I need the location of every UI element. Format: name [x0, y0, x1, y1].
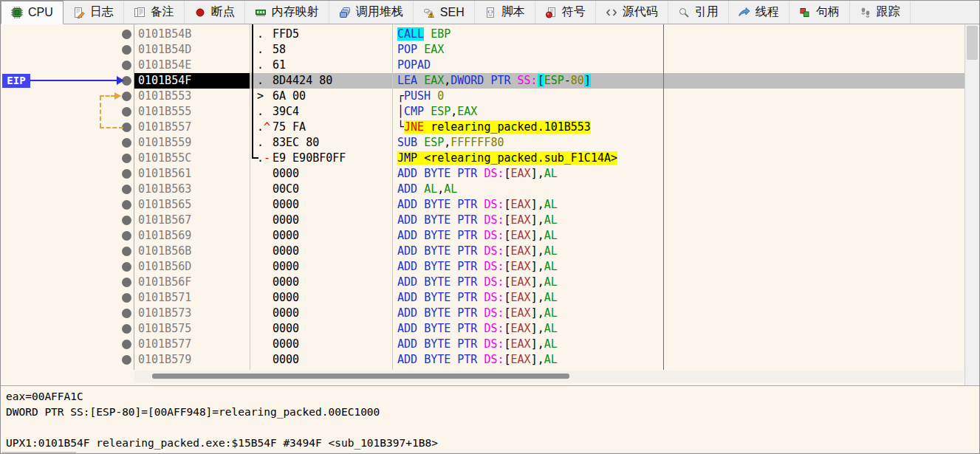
disasm-row[interactable]: 0101B56B0000ADD BYTE PTR DS:[EAX],AL: [134, 244, 964, 259]
disasm-row[interactable]: 0101B54D.58POP EAX: [134, 42, 964, 58]
eip-arrowhead-icon: [117, 76, 124, 85]
breakpoint-dot[interactable]: [122, 247, 131, 256]
tab-references[interactable]: 引用: [668, 1, 729, 24]
breakpoint-dot[interactable]: [122, 262, 131, 272]
comment-cell: [663, 337, 964, 352]
breakpoint-dot[interactable]: [122, 61, 131, 70]
info-line-memory: DWORD PTR SS:[ESP-80]=[00AFF948]=releari…: [6, 405, 979, 420]
tab-label: 线程: [755, 4, 779, 20]
bytes-cell: 0000: [250, 352, 392, 368]
bytes-cell: .FFD5: [250, 27, 392, 42]
breakpoint-dot[interactable]: [122, 293, 131, 303]
tab-cpu[interactable]: CPU: [1, 1, 64, 24]
bytes-cell: 0000: [250, 337, 392, 352]
bytes-cell: 0000: [250, 259, 392, 275]
disasm-row[interactable]: 0101B56F0000ADD BYTE PTR DS:[EAX],AL: [134, 275, 964, 290]
breakpoint-dot[interactable]: [122, 154, 131, 163]
bytes-text: 0000: [273, 229, 299, 242]
tab-seh[interactable]: SEH: [414, 1, 475, 24]
disasm-row[interactable]: 0101B5650000ADD BYTE PTR DS:[EAX],AL: [134, 197, 964, 213]
bytes-text: 0000: [273, 198, 299, 211]
disasm-row[interactable]: 0101B56D0000ADD BYTE PTR DS:[EAX],AL: [134, 259, 964, 275]
comment-cell: [663, 151, 964, 166]
v-scrollbar-thumb[interactable]: [967, 26, 978, 60]
trace-icon: [860, 7, 871, 18]
bytes-cell: 0000: [250, 244, 392, 259]
flow-mark: .-: [257, 151, 273, 166]
address-cell: 0101B555: [134, 104, 250, 120]
breakpoint-dot[interactable]: [122, 30, 131, 39]
instruction-cell: JMP <relearing_packed.sub_F1C14A>: [392, 151, 663, 166]
instruction-cell: ADD BYTE PTR DS:[EAX],AL: [392, 275, 663, 290]
jump-line-top: [100, 95, 115, 97]
comment-cell: [663, 135, 964, 151]
breakpoint-dot[interactable]: [122, 45, 131, 55]
address-cell: 0101B567: [134, 213, 250, 228]
disasm-row[interactable]: 0101B5690000ADD BYTE PTR DS:[EAX],AL: [134, 228, 964, 244]
disasm-row[interactable]: 0101B559.83EC 80SUB ESP,FFFFFF80: [134, 135, 964, 151]
disasm-row[interactable]: 0101B553>6A 00┌PUSH 0: [134, 89, 964, 104]
flow-mark: .: [257, 135, 273, 151]
flow-mark: .: [257, 58, 273, 73]
tab-label: 跟踪: [877, 4, 900, 20]
disasm-row[interactable]: 0101B5750000ADD BYTE PTR DS:[EAX],AL: [134, 321, 964, 337]
breakpoint-dot[interactable]: [122, 216, 131, 225]
disasm-row[interactable]: 0101B5610000ADD BYTE PTR DS:[EAX],AL: [134, 166, 964, 182]
bytes-text: 75 FA: [273, 120, 306, 134]
tab-threads[interactable]: 线程: [729, 1, 789, 24]
breakpoint-dot[interactable]: [122, 231, 131, 241]
bytes-text: 0000: [273, 353, 299, 366]
bytes-text: 0000: [273, 213, 299, 227]
jump-line-vertical: [100, 96, 101, 128]
disasm-row[interactable]: 0101B5770000ADD BYTE PTR DS:[EAX],AL: [134, 337, 964, 352]
tab-script[interactable]: 脚本: [475, 1, 535, 24]
disasm-row[interactable]: 0101B54F.8D4424 80LEA EAX,DWORD PTR SS:[…: [134, 73, 964, 89]
tab-notes[interactable]: 备注: [124, 1, 185, 24]
breakpoint-dot[interactable]: [122, 340, 131, 349]
breakpoint-dot[interactable]: [122, 169, 131, 179]
address-cell: 0101B571: [134, 290, 250, 306]
disasm-row[interactable]: 0101B5710000ADD BYTE PTR DS:[EAX],AL: [134, 290, 964, 306]
h-scrollbar[interactable]: [134, 371, 964, 382]
bytes-cell: .39C4: [250, 104, 392, 120]
handles-icon: [799, 7, 811, 18]
breakpoint-dot[interactable]: [122, 185, 131, 194]
disasm-row[interactable]: 0101B5730000ADD BYTE PTR DS:[EAX],AL: [134, 306, 964, 321]
h-scrollbar-thumb[interactable]: [152, 374, 569, 379]
disasm-row[interactable]: 0101B54E.61POPAD: [134, 58, 964, 73]
bytes-text: 0000: [273, 275, 299, 289]
breakpoint-dot[interactable]: [122, 278, 131, 287]
flow-mark: .: [257, 27, 273, 42]
breakpoint-dot[interactable]: [122, 324, 131, 334]
function-bracket-end: [252, 157, 258, 159]
tab-call-stack[interactable]: 调用堆栈: [329, 1, 414, 24]
tab-source[interactable]: 源代码: [596, 1, 668, 24]
v-scrollbar[interactable]: [964, 24, 979, 385]
tab-memory-map[interactable]: 内存映射: [245, 1, 329, 24]
disasm-row[interactable]: 0101B56300C0ADD AL,AL: [134, 182, 964, 197]
address-cell: 0101B573: [134, 306, 250, 321]
tab-breakpoints[interactable]: 断点: [185, 1, 245, 24]
disasm-row[interactable]: 0101B555.39C4│CMP ESP,EAX: [134, 104, 964, 120]
breakpoint-dot[interactable]: [122, 107, 131, 117]
bytes-text: 6A 00: [273, 89, 306, 103]
breakpoint-dot[interactable]: [122, 138, 131, 148]
comment-cell: [663, 197, 964, 213]
breakpoint-dot[interactable]: [122, 309, 131, 318]
breakpoint-dot[interactable]: [122, 355, 131, 365]
tab-handles[interactable]: 句柄: [789, 1, 850, 24]
disasm-row[interactable]: 0101B55C.-E9 E90BF0FFJMP <relearing_pack…: [134, 151, 964, 166]
tab-symbols[interactable]: 符号: [535, 1, 596, 24]
disasm-row[interactable]: 0101B54B.FFD5CALL EBP: [134, 27, 964, 42]
disasm-row[interactable]: 0101B5790000ADD BYTE PTR DS:[EAX],AL: [134, 352, 964, 368]
tab-label: 脚本: [501, 4, 525, 20]
script-icon: [484, 7, 496, 18]
instruction-cell: POP EAX: [392, 42, 663, 58]
tab-trace[interactable]: 跟踪: [850, 1, 911, 24]
tab-log[interactable]: 日志: [64, 1, 124, 24]
breakpoint-dot[interactable]: [122, 92, 131, 101]
disasm-row[interactable]: 0101B557.^75 FA└JNE relearing_packed.101…: [134, 120, 964, 135]
disasm-row[interactable]: 0101B5670000ADD BYTE PTR DS:[EAX],AL: [134, 213, 964, 228]
bytes-cell: .^75 FA: [250, 120, 392, 135]
breakpoint-dot[interactable]: [122, 200, 131, 210]
